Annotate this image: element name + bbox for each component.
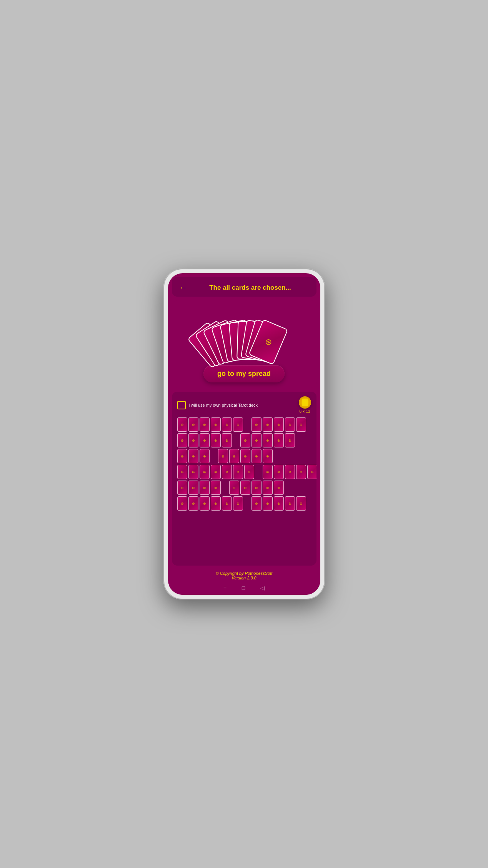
mini-card[interactable]: ⊕ [263,417,273,432]
table-row: ⊕ ⊕ ⊕ ⊕ ⊕ ⊕ ⊕ ⊕ ⊕ ⊕ [177,433,311,447]
mini-card[interactable]: ⊕ [188,465,198,479]
mini-card[interactable]: ⊕ [177,433,187,447]
checkbox-row: I will use my own physical Tarot deck [177,401,258,409]
mini-card[interactable]: ⊕ [177,481,187,495]
physical-deck-checkbox[interactable] [177,401,186,409]
mini-card[interactable]: ⊕ [251,417,261,432]
mini-card[interactable]: ⊕ [251,449,261,463]
mini-card[interactable]: ⊕ [296,496,306,511]
mini-card[interactable]: ⊕ [222,496,232,511]
mini-card[interactable]: ⊕ [177,449,187,463]
table-row: ⊕ ⊕ ⊕ ⊕ ⊕ ⊕ ⊕ ⊕ ⊕ [177,481,311,495]
mini-card[interactable]: ⊕ [233,417,243,432]
mini-card[interactable]: ⊕ [274,465,284,479]
nav-bar: ≡ □ ◁ [168,583,320,595]
mini-card[interactable]: ⊕ [229,449,239,463]
mini-card[interactable]: ⊕ [200,465,210,479]
nav-home-button[interactable]: □ [242,585,245,591]
mini-card[interactable]: ⊕ [263,465,273,479]
deck-section: I will use my own physical Tarot deck 6 … [172,392,316,566]
mini-card[interactable]: ⊕ [285,433,295,447]
mini-card[interactable]: ⊕ [251,433,261,447]
mini-card[interactable]: ⊕ [244,465,254,479]
mini-card[interactable]: ⊕ [188,417,198,432]
table-row: ⊕ ⊕ ⊕ ⊕ ⊕ ⊕ ⊕ ⊕ [177,449,311,463]
deck-icon-inner [302,399,308,406]
header: ← The all cards are chosen... [172,277,316,297]
mini-card[interactable]: ⊕ [188,481,198,495]
mini-card[interactable]: ⊕ [263,449,273,463]
go-to-spread-button[interactable]: go to my spread [203,365,285,382]
mini-card[interactable]: ⊕ [263,433,273,447]
mini-card[interactable]: ⊕ [263,496,273,511]
mini-card[interactable]: ⊕ [222,433,232,447]
card-fan: ⊕ ⊕ ⊕ ⊕ ⊕ ⊕ ⊕ ⊕ ⊕ ⊕ [206,306,283,360]
mini-card[interactable]: ⊕ [200,496,210,511]
nav-menu-button[interactable]: ≡ [223,585,227,591]
mini-card[interactable]: ⊕ [251,496,261,511]
phone-screen: ← The all cards are chosen... ⊕ ⊕ ⊕ ⊕ ⊕ … [168,273,320,595]
mini-card[interactable]: ⊕ [307,465,316,479]
deck-icon [299,396,311,409]
mini-card[interactable]: ⊕ [218,449,228,463]
mini-card[interactable]: ⊕ [251,481,261,495]
mini-card[interactable]: ⊕ [211,433,221,447]
mini-card[interactable]: ⊕ [229,481,239,495]
footer: © Copyright by PothonessSoft Version 2.9… [168,568,320,583]
mini-card[interactable]: ⊕ [211,417,221,432]
mini-card[interactable]: ⊕ [263,481,273,495]
mini-card[interactable]: ⊕ [285,496,295,511]
mini-card[interactable]: ⊕ [285,417,295,432]
mini-card[interactable]: ⊕ [211,465,221,479]
mini-card[interactable]: ⊕ [285,465,295,479]
mini-card[interactable]: ⊕ [188,496,198,511]
mini-card[interactable]: ⊕ [188,449,198,463]
mini-card[interactable]: ⊕ [240,449,250,463]
checkbox-label: I will use my own physical Tarot deck [189,403,258,407]
deck-controls: I will use my own physical Tarot deck 6 … [177,396,311,414]
deck-size-label: 6 × 13 [299,409,310,414]
mini-card[interactable]: ⊕ [240,433,250,447]
mini-card[interactable]: ⊕ [296,465,306,479]
mini-card[interactable]: ⊕ [211,481,221,495]
mini-card[interactable]: ⊕ [177,417,187,432]
table-row: ⊕ ⊕ ⊕ ⊕ ⊕ ⊕ ⊕ ⊕ ⊕ ⊕ ⊕ [177,496,311,511]
page-title: The all cards are chosen... [192,284,309,292]
mini-card[interactable]: ⊕ [200,481,210,495]
copyright-text: © Copyright by PothonessSoft [172,571,316,576]
mini-card[interactable]: ⊕ [296,417,306,432]
mini-card[interactable]: ⊕ [274,496,284,511]
nav-back-button[interactable]: ◁ [260,585,265,591]
mini-card[interactable]: ⊕ [200,417,210,432]
mini-card[interactable]: ⊕ [274,417,284,432]
phone-frame: ← The all cards are chosen... ⊕ ⊕ ⊕ ⊕ ⊕ … [163,269,325,599]
card-grid: ⊕ ⊕ ⊕ ⊕ ⊕ ⊕ ⊕ ⊕ ⊕ ⊕ ⊕ ⊕ ⊕ ⊕ [177,417,311,511]
card-fan-section: ⊕ ⊕ ⊕ ⊕ ⊕ ⊕ ⊕ ⊕ ⊕ ⊕ go to my spread [172,300,316,388]
deck-icon-area: 6 × 13 [299,396,311,414]
table-row: ⊕ ⊕ ⊕ ⊕ ⊕ ⊕ ⊕ ⊕ ⊕ ⊕ ⊕ [177,417,311,432]
mini-card[interactable]: ⊕ [222,465,232,479]
mini-card[interactable]: ⊕ [200,433,210,447]
mini-card[interactable]: ⊕ [177,465,187,479]
mini-card[interactable]: ⊕ [233,465,243,479]
mini-card[interactable]: ⊕ [200,449,210,463]
mini-card[interactable]: ⊕ [240,481,250,495]
mini-card[interactable]: ⊕ [274,481,284,495]
back-button[interactable]: ← [180,283,187,292]
mini-card[interactable]: ⊕ [274,433,284,447]
version-text: Version 2.9.0 [172,576,316,580]
mini-card[interactable]: ⊕ [177,496,187,511]
mini-card[interactable]: ⊕ [233,496,243,511]
mini-card[interactable]: ⊕ [188,433,198,447]
mini-card[interactable]: ⊕ [222,417,232,432]
table-row: ⊕ ⊕ ⊕ ⊕ ⊕ ⊕ ⊕ ⊕ ⊕ ⊕ ⊕ ⊕ [177,465,311,479]
mini-card[interactable]: ⊕ [211,496,221,511]
